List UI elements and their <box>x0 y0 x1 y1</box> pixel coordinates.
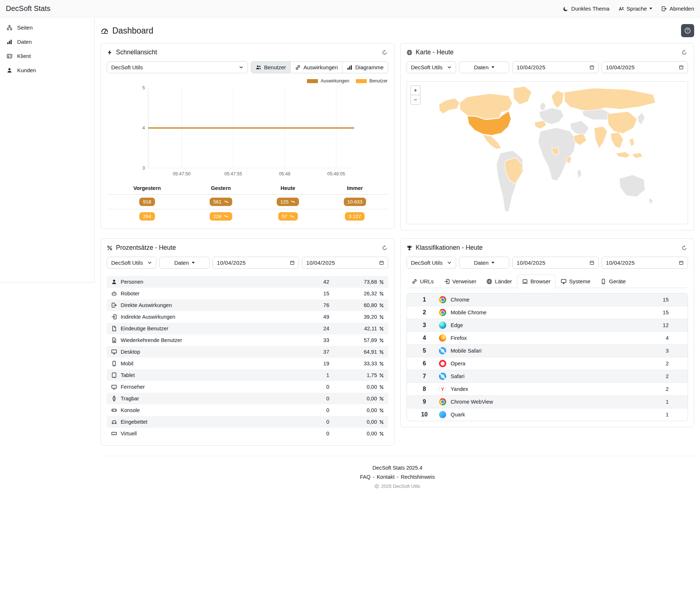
table-row: Eingebettet 0 0,00 <box>107 416 388 428</box>
stats-header: Vorgestern <box>107 182 187 195</box>
table-row: Eindeutige Benutzer 24 42,11 <box>107 323 388 334</box>
map-project-select[interactable]: DecSoft Utils <box>407 61 456 73</box>
tab-laender[interactable]: Länder <box>481 275 517 288</box>
percent-icon <box>379 291 384 296</box>
link-icon <box>412 279 417 284</box>
stats-header: Heute <box>254 182 322 195</box>
stat-badge-user: 284 <box>139 212 155 221</box>
logout-button[interactable]: Abmelden <box>661 5 694 12</box>
mobile-chrome-icon <box>439 309 446 316</box>
sidebar-item-kunden[interactable]: Kunden <box>0 63 94 77</box>
globe-icon <box>486 279 492 284</box>
help-button[interactable] <box>681 24 694 37</box>
trend-down-icon <box>224 214 229 219</box>
language-menu-button[interactable]: Sprache <box>618 5 653 12</box>
tab-browser[interactable]: Browser <box>517 275 556 288</box>
table-row: 7 Safari 2 <box>407 370 688 382</box>
classifications-date-from[interactable]: 10/04/2025 <box>512 257 599 269</box>
legend-item-auswirkungen: Auswirkungen <box>307 78 349 83</box>
logout-icon <box>661 6 667 12</box>
tab-geraete[interactable]: Geräte <box>595 275 631 288</box>
caret-down-icon <box>649 8 652 9</box>
calendar-icon <box>679 65 684 70</box>
theme-toggle-button[interactable]: Dunkles Thema <box>563 5 610 12</box>
laptop-icon <box>522 279 528 284</box>
box-arrow-in-right-icon <box>444 279 450 284</box>
tab-urls[interactable]: URLs <box>407 275 439 288</box>
app-title: DecSoft Stats <box>6 4 50 13</box>
box-arrow-in-right-icon <box>111 314 117 320</box>
quickview-tab-benutzer[interactable]: Benutzer <box>251 61 291 73</box>
quickview-refresh-button[interactable] <box>381 48 388 56</box>
controller-icon <box>111 407 117 413</box>
sidebar-item-seiten[interactable]: Seiten <box>0 20 94 35</box>
sidebar-item-daten[interactable]: Daten <box>0 35 94 49</box>
map-date-from[interactable]: 10/04/2025 <box>512 61 599 73</box>
classifications-data-dropdown[interactable]: Daten <box>459 257 509 269</box>
percent-icon <box>379 420 384 424</box>
svg-text:3: 3 <box>143 166 145 171</box>
person-icon <box>111 279 117 285</box>
table-row: Tragbar 0 0,00 <box>107 393 388 404</box>
sidebar: Seiten Daten Klient Kunden <box>0 18 95 283</box>
zoom-out-button[interactable]: − <box>411 95 420 105</box>
calendar-icon <box>590 260 594 265</box>
zoom-in-button[interactable]: + <box>411 85 420 95</box>
chrome-webview-icon <box>439 398 446 405</box>
stat-badge-user: 224 <box>210 212 232 221</box>
quickview-project-select[interactable]: DecSoft Utils <box>107 61 248 73</box>
quickview-tab-auswirkungen[interactable]: Auswirkungen <box>290 61 342 73</box>
percent-icon <box>107 245 113 251</box>
percent-icon <box>379 431 384 436</box>
percent-icon <box>379 280 384 284</box>
table-row: Desktop 37 64,91 <box>107 346 388 358</box>
chevron-down-icon <box>447 65 452 70</box>
stat-badge-impact: 918 <box>139 198 155 206</box>
percentages-card: Prozentsätze - Heute DecSoft Utils Daten <box>101 238 394 446</box>
map-date-to[interactable]: 10/04/2025 <box>602 61 688 73</box>
map-data-dropdown[interactable]: Daten <box>459 61 509 73</box>
percentages-date-to[interactable]: 10/04/2025 <box>302 257 388 269</box>
stats-row-auswirkungen: 918 561 125 10.633 <box>107 195 388 209</box>
percent-icon <box>379 338 384 343</box>
percentages-data-dropdown[interactable]: Daten <box>159 257 210 269</box>
file-person-icon <box>111 337 117 343</box>
world-map[interactable] <box>407 82 688 224</box>
percentages-refresh-button[interactable] <box>381 244 388 251</box>
firefox-icon <box>439 334 446 342</box>
id-card-icon <box>7 53 12 59</box>
main-content: Dashboard Schnellansicht <box>95 18 700 510</box>
edge-icon <box>439 322 446 329</box>
vr-headset-icon <box>111 431 117 436</box>
map-refresh-button[interactable] <box>681 48 688 56</box>
calendar-icon <box>590 65 594 70</box>
tab-verweiser[interactable]: Verweiser <box>439 275 482 288</box>
percent-icon <box>379 315 384 319</box>
quickview-view-switch: Benutzer Auswirkungen Diagramme <box>251 61 388 73</box>
percentages-date-from[interactable]: 10/04/2025 <box>213 257 299 269</box>
quark-icon <box>439 411 446 418</box>
world-map-container: + − <box>407 81 688 224</box>
calendar-icon <box>290 260 295 265</box>
bar-chart-icon <box>347 65 353 70</box>
svg-text:05:47:50: 05:47:50 <box>173 171 191 176</box>
classifications-card: Klassifikationen - Heute DecSoft Utils D… <box>400 238 694 427</box>
quickview-tab-diagramme[interactable]: Diagramme <box>342 61 388 73</box>
footer-link-rechtshinweis[interactable]: Rechtshinweis <box>401 474 435 480</box>
tv-icon <box>111 384 117 390</box>
classifications-refresh-button[interactable] <box>681 244 688 251</box>
person-icon <box>7 67 12 73</box>
classifications-project-select[interactable]: DecSoft Utils <box>407 257 456 269</box>
sidebar-item-label: Klient <box>17 53 31 59</box>
sidebar-item-klient[interactable]: Klient <box>0 49 94 63</box>
tab-systeme[interactable]: Systeme <box>556 275 595 288</box>
table-row: Fernseher 0 0,00 <box>107 381 388 393</box>
moon-icon <box>563 6 569 12</box>
percentages-project-select[interactable]: DecSoft Utils <box>107 257 156 269</box>
footer-link-faq[interactable]: FAQ <box>360 474 370 480</box>
footer-link-kontakt[interactable]: Kontakt <box>377 474 394 480</box>
svg-text:05:48: 05:48 <box>279 171 290 176</box>
caret-down-icon <box>192 262 195 264</box>
classifications-card-title: Klassifikationen - Heute <box>407 244 483 252</box>
classifications-date-to[interactable]: 10/04/2025 <box>602 257 688 269</box>
